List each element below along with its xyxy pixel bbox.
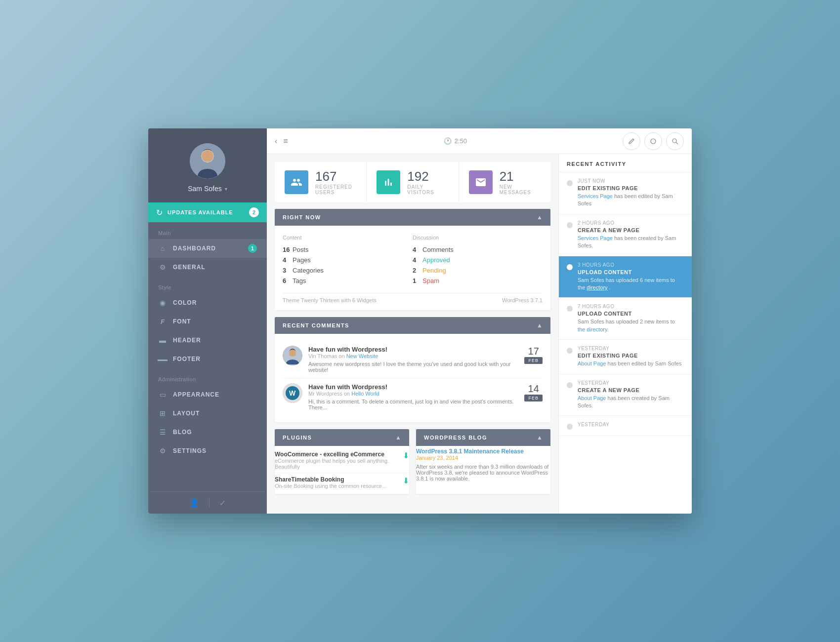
activity-dot-0 xyxy=(567,180,573,186)
profile-chevron-icon: ▾ xyxy=(225,186,227,192)
recent-comments-header: RECENT COMMENTS ▲ xyxy=(275,317,550,334)
plugins-toggle[interactable]: ▲ xyxy=(395,434,401,441)
footer-icon: ▬▬ xyxy=(158,355,167,363)
sidebar-item-blog[interactable]: ☰ BLOG xyxy=(148,423,267,441)
sidebar-item-dashboard[interactable]: ⌂ DASHBOARD 1 xyxy=(148,239,267,258)
bottom-row: PLUGINS ▲ WooCommerce - excelling eComme… xyxy=(275,429,550,494)
comment-avatar-2: W xyxy=(283,383,302,403)
plugin-download-icon-1[interactable]: ⬇ xyxy=(403,451,409,460)
stat-card-users: 167 REGISTERED USERS xyxy=(275,162,367,202)
rn-discussion-section: Discussion 4 Comments 4 Approved xyxy=(413,233,543,288)
header-icon: ▬ xyxy=(158,336,167,345)
sidebar-item-appearance[interactable]: ▭ APPEARANCE xyxy=(148,385,267,404)
sidebar-item-color[interactable]: ◉ COLOR xyxy=(148,293,267,312)
activity-body-3: 7 HOURS AGO UPLOAD CONTENT Sam Sofes has… xyxy=(578,304,684,333)
activity-item-5: YESTERDAY CREATE A NEW PAGE About Page h… xyxy=(559,374,692,416)
activity-desc-3: Sam Sofes has uploaded 2 new items to th… xyxy=(578,318,684,333)
collapse-button[interactable]: ‹ xyxy=(275,137,277,146)
profile-name[interactable]: Sam Sofes ▾ xyxy=(188,185,227,193)
topbar-left: ‹ ≡ xyxy=(275,137,288,146)
checkmark-footer-icon[interactable]: ✓ xyxy=(219,498,226,508)
activity-desc-5: About Page has been created by Sam Sofes… xyxy=(578,395,684,410)
plugins-header: PLUGINS ▲ xyxy=(275,429,409,446)
comment-avatar-1 xyxy=(283,346,302,365)
sidebar-profile: Sam Sofes ▾ xyxy=(148,128,267,202)
activity-item-0: JUST NOW EDIT EXISTING PAGE Services Pag… xyxy=(559,172,692,214)
stats-row: 167 REGISTERED USERS 192 DAILY VISITO xyxy=(275,162,550,202)
plugin-info-2: ShareTimetable Booking On-site Booking u… xyxy=(275,476,386,489)
sidebar-item-layout[interactable]: ⊞ LAYOUT xyxy=(148,404,267,423)
plugins-panel: PLUGINS ▲ WooCommerce - excelling eComme… xyxy=(275,429,409,494)
activity-desc-4: About Page has been edited by Sam Sofes xyxy=(578,360,684,367)
plugins-body: WooCommerce - excelling eCommerce eComme… xyxy=(275,446,409,494)
activity-link-1[interactable]: Services Page xyxy=(578,235,613,241)
search-button[interactable] xyxy=(666,132,684,150)
sidebar-item-settings[interactable]: ⚙ SETTINGS xyxy=(148,441,267,460)
comment-date-1: 17 FEB xyxy=(524,346,543,373)
activity-desc-2: Sam Sofes has uploaded 6 new items to th… xyxy=(578,277,684,292)
edit-button[interactable] xyxy=(623,132,640,150)
rn-row: 16 Posts xyxy=(283,244,413,255)
activity-dot-1 xyxy=(567,222,573,228)
activity-link-2[interactable]: directory xyxy=(587,284,607,290)
activity-dot-2 xyxy=(567,264,573,270)
menu-icon[interactable]: ≡ xyxy=(283,137,288,146)
user-footer-icon[interactable]: 👤 xyxy=(189,498,199,508)
activity-link-0[interactable]: Services Page xyxy=(578,193,613,199)
clock-time: 2:50 xyxy=(455,137,467,145)
recent-comments-panel: RECENT COMMENTS ▲ xyxy=(275,317,550,422)
sidebar-item-font[interactable]: F FONT xyxy=(148,312,267,331)
left-content: 167 REGISTERED USERS 192 DAILY VISITO xyxy=(267,154,558,514)
clock-icon: 🕐 xyxy=(444,137,452,145)
blog-icon: ☰ xyxy=(158,428,167,437)
settings-gear-icon: ⚙ xyxy=(158,446,167,455)
recent-comments-toggle[interactable]: ▲ xyxy=(537,322,543,329)
activity-item-1: 2 HOURS AGO CREATE A NEW PAGE Services P… xyxy=(559,214,692,256)
wordpress-blog-header: WORDPRESS BLOG ▲ xyxy=(416,429,550,446)
stat-info-users: 167 REGISTERED USERS xyxy=(315,169,356,195)
stat-card-messages: 21 NEW MESSAGES xyxy=(459,162,550,202)
sidebar-item-footer[interactable]: ▬▬ FOOTER xyxy=(148,350,267,368)
gear-icon: ⚙ xyxy=(158,263,167,272)
rn-row: 3 Categories xyxy=(283,265,413,276)
rn-row: 1 Spam xyxy=(413,276,543,286)
svg-text:W: W xyxy=(289,389,296,397)
activity-body-1: 2 HOURS AGO CREATE A NEW PAGE Services P… xyxy=(578,220,684,250)
activity-link-4[interactable]: About Page xyxy=(578,361,606,366)
right-now-body: Content 16 Posts 4 Pages xyxy=(275,226,550,310)
messages-stat-icon xyxy=(469,170,493,194)
right-now-toggle[interactable]: ▲ xyxy=(537,214,543,221)
right-panel: RECENT ACTIVITY JUST NOW EDIT EXISTING P… xyxy=(558,154,692,514)
activity-link-5[interactable]: About Page xyxy=(578,395,606,401)
activity-item-4: YESTERDAY EDIT EXISTING PAGE About Page … xyxy=(559,340,692,374)
updates-bar[interactable]: ↻ UPDATES AVAILABLE 2 xyxy=(148,202,267,222)
topbar-actions xyxy=(623,132,684,150)
activity-desc-0: Services Page has been edited by Sam Sof… xyxy=(578,193,684,208)
right-now-panel: RIGHT NOW ▲ Content 16 Posts xyxy=(275,209,550,310)
wordpress-blog-panel: WORDPRESS BLOG ▲ WordPress 3.8.1 Mainten… xyxy=(416,429,550,494)
circle-button[interactable] xyxy=(644,132,662,150)
wordpress-blog-toggle[interactable]: ▲ xyxy=(537,434,543,441)
activity-item-2: 3 HOURS AGO UPLOAD CONTENT Sam Sofes has… xyxy=(559,256,692,298)
activity-body-2: 3 HOURS AGO UPLOAD CONTENT Sam Sofes has… xyxy=(578,262,684,292)
svg-line-6 xyxy=(676,142,678,144)
sidebar-item-general[interactable]: ⚙ GENERAL xyxy=(148,258,267,277)
sidebar-section-style: Style xyxy=(148,277,267,293)
sidebar-item-header[interactable]: ▬ HEADER xyxy=(148,331,267,350)
layout-icon: ⊞ xyxy=(158,409,167,418)
comment-meta-1: Vin Thomas on New Website xyxy=(308,353,518,359)
users-stat-icon xyxy=(285,170,308,194)
activity-link-3[interactable]: the directory xyxy=(578,326,607,332)
rn-row: 4 Pages xyxy=(283,255,413,265)
rn-row: 4 Approved xyxy=(413,255,543,265)
comment-content-2: Have fun with Wordpress! Mr Wordpress on… xyxy=(308,383,518,410)
rn-row: 2 Pending xyxy=(413,265,543,276)
plugin-item-1: WooCommerce - excelling eCommerce eComme… xyxy=(275,448,409,473)
topbar: ‹ ≡ 🕐 2:50 xyxy=(267,128,692,154)
right-now-grid: Content 16 Posts 4 Pages xyxy=(283,233,543,288)
svg-point-5 xyxy=(672,139,676,143)
activity-dot-3 xyxy=(567,306,573,312)
comment-content-1: Have fun with Wordpress! Vin Thomas on N… xyxy=(308,346,518,373)
plugin-download-icon-2[interactable]: ⬇ xyxy=(403,476,409,485)
avatar xyxy=(190,143,225,179)
